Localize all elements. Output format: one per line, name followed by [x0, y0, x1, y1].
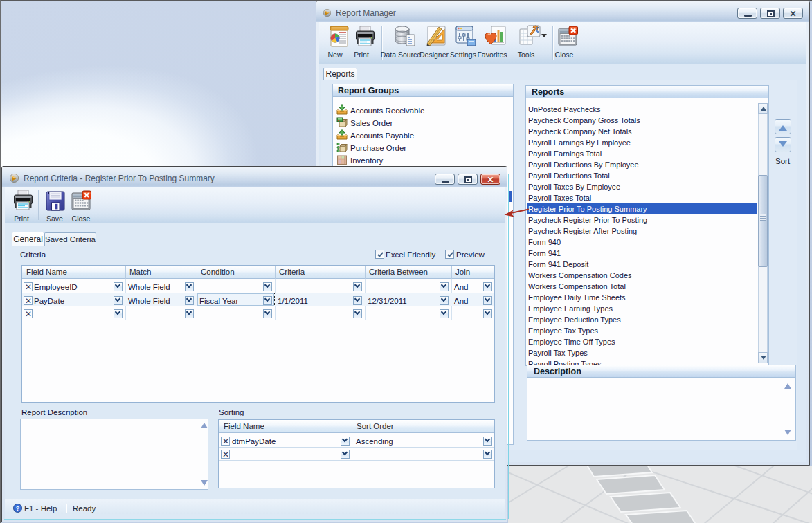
svg-text:?: ?: [16, 505, 20, 512]
